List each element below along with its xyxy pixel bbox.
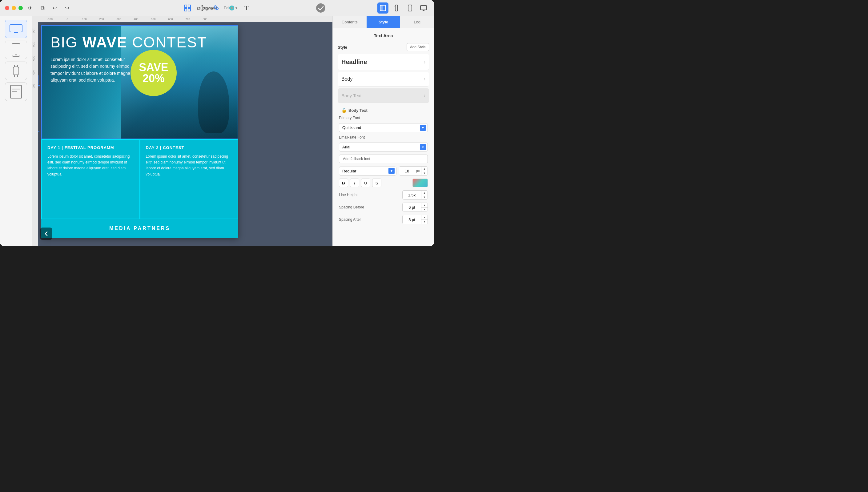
watch-device-btn[interactable] (5, 62, 27, 80)
day2-title: DAY 2 | CONTEST (146, 145, 232, 150)
tab-contents[interactable]: Contents (333, 16, 366, 28)
redo-tool[interactable]: ↪ (61, 2, 73, 14)
style-row-headline[interactable]: Headline › (338, 54, 429, 70)
bold-button[interactable]: B (339, 178, 348, 187)
newsletter-device-btn[interactable] (5, 82, 27, 101)
tab-style[interactable]: Style (366, 16, 401, 28)
add-style-button[interactable]: Add Style (407, 43, 429, 51)
format-buttons-row: B I U S (339, 178, 428, 187)
font-size-unit: px (415, 169, 421, 173)
hero-section[interactable]: BIG WAVE CONTEST Lorem ipsum dolor sit a… (41, 25, 238, 139)
spacing-before-input-wrap: ▲ ▼ (402, 203, 428, 212)
right-toolbar (377, 2, 429, 14)
style-label: Style (338, 45, 347, 50)
desktop-device-btn[interactable] (5, 20, 27, 38)
mobile-view-btn[interactable] (405, 2, 415, 14)
line-height-input[interactable] (403, 191, 421, 199)
underline-button[interactable]: U (361, 178, 370, 187)
spacing-after-up[interactable]: ▲ (422, 215, 428, 220)
footer-section[interactable]: MEDIA PARTNERS (41, 219, 238, 238)
check-button[interactable] (315, 2, 326, 14)
font-size-input-wrap: px ▲ ▼ (399, 166, 428, 175)
titlebar: ✈ ⧉ ↩ ↪ 🗂 bigwave — Edited ▾ (0, 0, 434, 16)
day2-body: Lorem ipsum dolor sit amet, consetetur s… (146, 154, 232, 177)
email-font-select[interactable]: Arial Georgia Times New Roman (339, 143, 428, 151)
maximize-button[interactable] (19, 6, 23, 10)
color-picker-swatch[interactable] (412, 178, 428, 187)
window-controls (5, 6, 23, 10)
headline-chevron: › (424, 59, 425, 65)
line-height-row: Line Height ▲ ▼ (339, 190, 428, 199)
spacing-after-input-wrap: ▲ ▼ (402, 215, 428, 224)
copy-tool[interactable]: ⧉ (37, 2, 48, 14)
desktop-view-btn[interactable] (418, 2, 429, 14)
font-settings: Primary Font Quicksand Arial Helvetica ▾… (338, 116, 429, 224)
email-font-label: Email-safe Font (339, 135, 365, 140)
close-button[interactable] (5, 6, 9, 10)
primary-font-select[interactable]: Quicksand Arial Helvetica (339, 123, 428, 132)
day1-column[interactable]: DAY 1 | FESTIVAL PROGRAMM Lorem ipsum do… (41, 139, 140, 219)
line-height-down[interactable]: ▼ (422, 195, 428, 199)
style-row-body[interactable]: Body › (338, 72, 429, 87)
text-format-tool[interactable]: T (241, 2, 252, 14)
day2-column[interactable]: DAY 2 | CONTEST Lorem ipsum dolor sit am… (140, 139, 238, 219)
font-weight-select[interactable]: Regular Bold Light Italic (339, 167, 397, 175)
font-size-input[interactable] (399, 167, 415, 175)
middle-section[interactable]: DAY 1 | FESTIVAL PROGRAMM Lorem ipsum do… (41, 139, 238, 219)
font-size-down[interactable]: ▼ (422, 171, 428, 175)
back-button[interactable] (40, 227, 52, 240)
spacing-after-down[interactable]: ▼ (422, 220, 428, 224)
svg-point-17 (410, 10, 410, 10)
canvas-page: ⋮⋮ (41, 25, 238, 238)
svg-rect-10 (380, 5, 383, 11)
tab-log[interactable]: Log (400, 16, 434, 28)
panel-section-title: Text Area (338, 33, 429, 38)
spacing-before-row: Spacing Before ▲ ▼ (339, 203, 428, 212)
check-area (315, 2, 326, 14)
phone-device-btn[interactable] (5, 41, 27, 59)
panel-content: Text Area Style Add Style Headline › Bod… (333, 28, 434, 246)
primary-font-row: Primary Font (339, 116, 428, 120)
layout-view-btn[interactable] (377, 2, 388, 14)
svg-rect-1 (188, 5, 190, 7)
svg-point-25 (16, 54, 17, 55)
line-height-label: Line Height (339, 193, 358, 197)
svg-point-7 (229, 5, 234, 10)
font-size-spinners: ▲ ▼ (421, 167, 428, 175)
watch-view-btn[interactable] (391, 2, 402, 14)
send-tool[interactable]: ✈ (25, 2, 36, 14)
add-fallback-button[interactable]: Add fallback font (339, 154, 428, 163)
italic-button[interactable]: I (350, 178, 359, 187)
color-tool[interactable] (226, 2, 237, 14)
style-row-body-text[interactable]: Body Text › (338, 88, 429, 103)
undo-tool[interactable]: ↩ (49, 2, 60, 14)
spacing-after-label: Spacing After (339, 217, 361, 222)
spacing-after-input[interactable] (403, 216, 421, 224)
spacing-before-input[interactable] (403, 203, 421, 212)
hero-body: Lorem ipsum dolor sit amet, consetetur s… (50, 56, 143, 84)
canvas-content: ⋮⋮ (38, 22, 332, 246)
ruler-tool[interactable] (211, 2, 223, 14)
svg-rect-26 (13, 67, 19, 75)
save-badge[interactable]: SAVE 20% (130, 50, 177, 96)
strikethrough-button[interactable]: S (372, 178, 381, 187)
save-badge-text: SAVE 20% (139, 62, 168, 84)
body-chevron: › (424, 76, 425, 82)
day1-title: DAY 1 | FESTIVAL PROGRAMM (47, 145, 134, 150)
line-height-up[interactable]: ▲ (422, 191, 428, 195)
grid-tool[interactable] (182, 2, 193, 14)
canvas-area: -100 -0 100 200 300 400 500 600 700 800 … (32, 16, 332, 246)
center-toolbar: T (182, 2, 252, 14)
svg-line-6 (216, 8, 217, 9)
right-panel: Contents Style Log Text Area Style Add S… (332, 16, 434, 246)
ruler-vertical: 100 200 300 400 500 (32, 22, 38, 246)
spacing-before-down[interactable]: ▼ (422, 207, 428, 212)
spacing-before-up[interactable]: ▲ (422, 203, 428, 207)
svg-point-8 (316, 3, 325, 13)
device-sidebar (0, 16, 32, 246)
minimize-button[interactable] (12, 6, 16, 10)
day1-body: Lorem ipsum dolor sit amet, consetetur s… (47, 154, 134, 177)
move-tool[interactable] (197, 2, 208, 14)
lock-icon: 🔒 (341, 108, 347, 113)
font-size-up[interactable]: ▲ (422, 167, 428, 171)
